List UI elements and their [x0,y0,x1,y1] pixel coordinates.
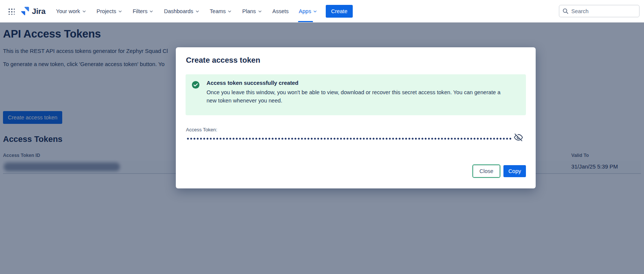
nav-label: Assets [273,8,289,14]
success-body: Once you leave this window, you won't be… [207,89,503,105]
search-icon [562,8,569,14]
nav-label: Dashboards [164,8,193,14]
app-switcher-grid-icon [7,8,15,15]
global-create-button[interactable]: Create [326,5,353,18]
jira-logo-icon [20,6,30,16]
chevron-down-icon [313,9,318,14]
nav-label: Your work [56,8,80,14]
chevron-down-icon [149,9,154,14]
main-nav: Your work Projects Filters Dashboards Te… [56,0,318,22]
nav-item-teams[interactable]: Teams [210,0,232,22]
chevron-down-icon [227,9,232,14]
nav-item-projects[interactable]: Projects [97,0,123,22]
success-title: Access token successfully created [207,80,503,86]
nav-item-dashboards[interactable]: Dashboards [164,0,199,22]
search-input[interactable] [559,5,640,17]
success-text-block: Access token successfully created Once y… [207,80,503,110]
search-container [559,5,640,17]
jira-logo[interactable]: Jira [20,6,46,16]
nav-label: Filters [133,8,147,14]
modal-actions: Close Copy [473,165,526,177]
access-token-label: Access Token: [186,127,217,132]
eye-off-icon [514,132,523,142]
jira-logo-text: Jira [32,7,46,16]
active-tab-underline [298,21,313,22]
toggle-token-visibility-button[interactable] [512,131,524,143]
nav-label: Plans [242,8,256,14]
chevron-down-icon [118,9,123,14]
app-switcher-button[interactable] [4,5,17,18]
nav-item-apps[interactable]: Apps [299,0,318,22]
success-banner: Access token successfully created Once y… [186,74,526,115]
close-button[interactable]: Close [473,165,500,177]
chevron-down-icon [195,9,200,14]
chevron-down-icon [258,9,262,14]
success-check-icon [192,81,200,110]
nav-label: Teams [210,8,226,14]
nav-label: Projects [97,8,116,14]
top-navigation-bar: Jira Your work Projects Filters Dashboar… [0,0,644,23]
chevron-down-icon [82,9,87,14]
nav-item-filters[interactable]: Filters [133,0,154,22]
create-access-token-modal: Create access token Access token success… [176,47,536,188]
nav-item-plans[interactable]: Plans [242,0,262,22]
masked-token-value [186,137,512,140]
nav-label: Apps [299,8,311,14]
nav-item-assets[interactable]: Assets [273,0,289,22]
nav-item-your-work[interactable]: Your work [56,0,87,22]
modal-title: Create access token [186,56,260,65]
copy-button[interactable]: Copy [503,165,526,177]
